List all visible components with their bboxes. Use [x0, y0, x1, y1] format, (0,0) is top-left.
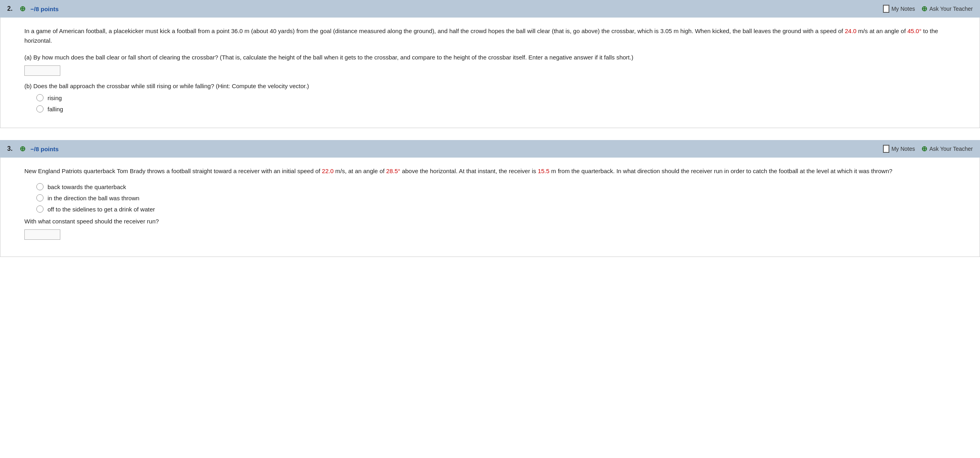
question-header-3: 3.⊕−/8 pointsMy Notes⊕Ask Your Teacher	[0, 140, 980, 158]
my-notes-label: My Notes	[891, 6, 915, 12]
questions-container: 2.⊕−/8 pointsMy Notes⊕Ask Your TeacherIn…	[0, 0, 980, 257]
radio-label: falling	[48, 106, 63, 113]
answer-input-1[interactable]	[24, 229, 60, 240]
spacer	[0, 128, 980, 140]
ask-teacher-label: Ask Your Teacher	[929, 6, 973, 12]
part-label: With what constant speed should the rece…	[24, 217, 964, 226]
ask-teacher-label: Ask Your Teacher	[929, 146, 973, 152]
part-label: (a) By how much does the ball clear or f…	[24, 53, 964, 62]
radio-option[interactable]: off to the sidelines to get a drink of w…	[24, 205, 964, 213]
highlighted-value: 24.0	[845, 28, 856, 34]
radio-label: back towards the quarterback	[48, 184, 126, 190]
answer-input-0[interactable]	[24, 65, 60, 76]
radio-option[interactable]: back towards the quarterback	[24, 183, 964, 190]
radio-circle	[36, 194, 44, 201]
question-number: 3.	[7, 145, 12, 152]
ask-teacher-button[interactable]: ⊕Ask Your Teacher	[921, 144, 973, 153]
question-text: New England Patriots quarterback Tom Bra…	[24, 166, 964, 176]
notes-icon	[883, 5, 889, 13]
ask-teacher-icon: ⊕	[921, 4, 927, 13]
highlighted-value: 15.5	[538, 168, 550, 174]
points-label: −/8 points	[30, 146, 58, 152]
radio-label: off to the sidelines to get a drink of w…	[48, 206, 155, 213]
points-plus-icon: ⊕	[20, 4, 26, 13]
radio-circle	[36, 205, 44, 213]
highlighted-value: 28.5°	[386, 168, 400, 174]
points-plus-icon: ⊕	[20, 144, 26, 153]
highlighted-value: 22.0	[322, 168, 333, 174]
question-body-2: In a game of American football, a placek…	[0, 18, 980, 128]
my-notes-label: My Notes	[891, 146, 915, 152]
question-text: In a game of American football, a placek…	[24, 26, 964, 45]
radio-option[interactable]: falling	[24, 105, 964, 113]
radio-circle	[36, 94, 44, 101]
my-notes-button[interactable]: My Notes	[883, 5, 915, 13]
points-label: −/8 points	[30, 6, 58, 12]
question-body-3: New England Patriots quarterback Tom Bra…	[0, 158, 980, 257]
question-block-3: 3.⊕−/8 pointsMy Notes⊕Ask Your TeacherNe…	[0, 140, 980, 257]
question-header-2: 2.⊕−/8 pointsMy Notes⊕Ask Your Teacher	[0, 0, 980, 18]
my-notes-button[interactable]: My Notes	[883, 145, 915, 153]
radio-circle	[36, 183, 44, 190]
ask-teacher-button[interactable]: ⊕Ask Your Teacher	[921, 4, 973, 13]
ask-teacher-icon: ⊕	[921, 144, 927, 153]
radio-option[interactable]: rising	[24, 94, 964, 101]
radio-circle	[36, 105, 44, 113]
part-label: (b) Does the ball approach the crossbar …	[24, 81, 964, 91]
radio-option[interactable]: in the direction the ball was thrown	[24, 194, 964, 201]
highlighted-value: 45.0°	[907, 28, 921, 34]
question-number: 2.	[7, 5, 12, 12]
radio-label: rising	[48, 95, 62, 101]
radio-label: in the direction the ball was thrown	[48, 195, 139, 201]
question-block-2: 2.⊕−/8 pointsMy Notes⊕Ask Your TeacherIn…	[0, 0, 980, 128]
notes-icon	[883, 145, 889, 153]
